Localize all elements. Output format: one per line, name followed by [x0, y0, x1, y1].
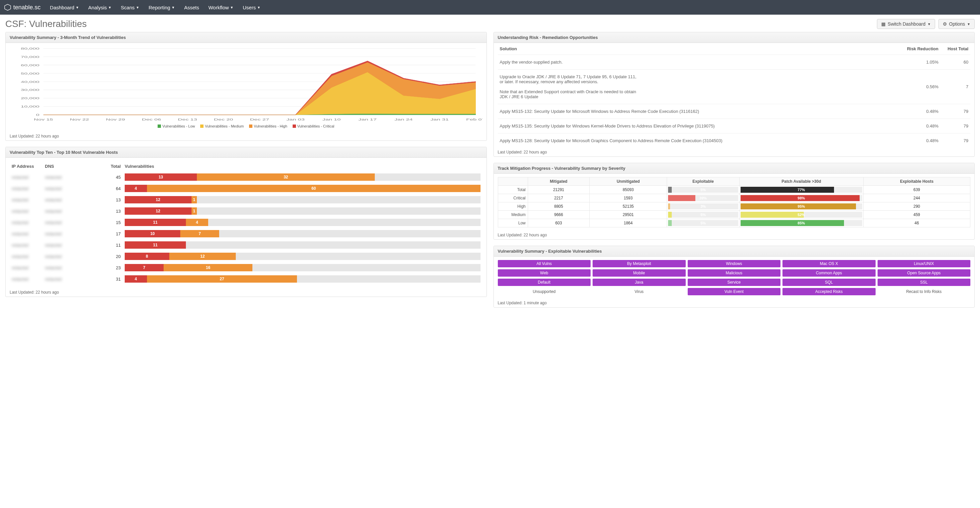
sev-hosts: 459: [863, 211, 970, 219]
cell-solution: Apply MS15-132: Security Update for Micr…: [498, 104, 901, 119]
tile-common-apps[interactable]: Common Apps: [783, 269, 876, 276]
options-button[interactable]: ⚙ Options ▼: [939, 19, 975, 29]
tile-accepted-risks[interactable]: Accepted Risks: [783, 288, 876, 295]
cell-ip: redacted: [10, 171, 43, 183]
nav-workflow[interactable]: Workflow▼: [208, 5, 234, 10]
tile-by-metasploit[interactable]: By Metasploit: [593, 260, 686, 267]
svg-text:Dec 20: Dec 20: [214, 118, 233, 121]
sev-label: Critical: [498, 194, 528, 203]
cell-ip: redacted: [10, 217, 43, 228]
nav-analysis[interactable]: Analysis▼: [88, 5, 111, 10]
topten-row[interactable]: redactedredacted1111: [10, 240, 482, 251]
remediation-row[interactable]: Apply MS15-132: Security Update for Micr…: [498, 104, 971, 119]
remediation-panel-title: Understanding Risk - Remediation Opportu…: [494, 32, 975, 43]
tile-ssl[interactable]: SSL: [878, 279, 971, 286]
cell-total: 45: [106, 171, 123, 183]
tile-windows[interactable]: Windows: [688, 260, 781, 267]
sev-hosts: 639: [863, 186, 970, 194]
switch-dashboard-button[interactable]: ▦ Switch Dashboard ▼: [877, 19, 935, 29]
remediation-row[interactable]: Apply the vendor-supplied patch.1.05%60: [498, 55, 971, 70]
tile-web[interactable]: Web: [498, 269, 591, 276]
cell-hosts: 79: [940, 104, 970, 119]
tile-recast-to-info-risks: Recast to Info Risks: [878, 288, 971, 295]
tile-malicious[interactable]: Malicious: [688, 269, 781, 276]
tile-all-vulns[interactable]: All Vulns: [498, 260, 591, 267]
tile-unsupported: Unsupported: [498, 288, 591, 295]
topten-row[interactable]: redactedredacted13121: [10, 194, 482, 205]
remediation-row[interactable]: Apply MS15-128: Security Update for Micr…: [498, 134, 971, 148]
nav-users[interactable]: Users▼: [243, 5, 260, 10]
caret-down-icon: ▼: [967, 22, 970, 26]
topten-row[interactable]: redactedredacted31427: [10, 273, 482, 284]
nav-label: Analysis: [88, 5, 107, 10]
svg-text:Feb 07: Feb 07: [466, 118, 482, 121]
cell-total: 13: [106, 205, 123, 217]
nav-reporting[interactable]: Reporting▼: [149, 5, 175, 10]
topten-row[interactable]: redactedredacted15114: [10, 217, 482, 228]
nav-scans[interactable]: Scans▼: [121, 5, 139, 10]
caret-down-icon: ▼: [172, 6, 175, 9]
cell-dns: redacted: [43, 240, 106, 251]
sev-row[interactable]: High8805521353%95%290: [498, 203, 970, 211]
nav-label: Workflow: [208, 5, 229, 10]
svg-text:40,000: 40,000: [21, 80, 39, 83]
bar-critical: 10: [125, 230, 180, 237]
svg-text:20,000: 20,000: [21, 97, 39, 100]
sev-unmitigated: 1593: [590, 194, 667, 203]
bar-high: 1: [191, 196, 197, 203]
sev-pct: 77%: [739, 186, 863, 194]
topten-row[interactable]: redactedredacted17107: [10, 228, 482, 240]
sev-row[interactable]: Total21291850935%77%639: [498, 186, 970, 194]
remediation-table: Solution Risk Reduction Host Total Apply…: [498, 43, 971, 148]
svg-text:50,000: 50,000: [21, 72, 39, 75]
sev-unmitigated: 29501: [590, 211, 667, 219]
tile-java[interactable]: Java: [593, 279, 686, 286]
nav-dashboard[interactable]: Dashboard▼: [50, 5, 79, 10]
cell-dns: redacted: [43, 171, 106, 183]
nav-assets[interactable]: Assets: [184, 5, 199, 10]
tile-mobile[interactable]: Mobile: [593, 269, 686, 276]
tile-linux-unix[interactable]: Linux/UNIX: [878, 260, 971, 267]
sev-mitigated: 21291: [528, 186, 590, 194]
sev-row[interactable]: Critical2217159339%98%244: [498, 194, 970, 203]
topten-row[interactable]: redactedredacted13121: [10, 205, 482, 217]
cell-total: 20: [106, 251, 123, 262]
trend-panel: Vulnerability Summary - 3-Month Trend of…: [5, 32, 487, 141]
tile-sql[interactable]: SQL: [783, 279, 876, 286]
sev-row[interactable]: Medium9666295015%52%459: [498, 211, 970, 219]
svg-text:Dec 27: Dec 27: [250, 118, 269, 121]
topten-row[interactable]: redactedredacted64460: [10, 183, 482, 194]
cell-ip: redacted: [10, 273, 43, 284]
cell-total: 15: [106, 217, 123, 228]
trend-chart[interactable]: 010,00020,00030,00040,00050,00060,00070,…: [10, 46, 482, 123]
cell-bar: 812: [123, 251, 482, 262]
topten-row[interactable]: redactedredacted23716: [10, 262, 482, 273]
brand[interactable]: tenable.sc: [4, 4, 41, 11]
topten-panel-title: Vulnerability Top Ten - Top 10 Most Vuln…: [6, 147, 487, 158]
tile-open-source-apps[interactable]: Open Source Apps: [878, 269, 971, 276]
tile-vuln-event[interactable]: Vuln Event: [688, 288, 781, 295]
sev-row[interactable]: Low60318645%85%46: [498, 219, 970, 227]
cell-ip: redacted: [10, 205, 43, 217]
exploitable-tile-grid: All VulnsBy MetasploitWindowsMac OS XLin…: [498, 260, 971, 295]
exploitable-panel-body: All VulnsBy MetasploitWindowsMac OS XLin…: [494, 257, 975, 299]
cell-total: 17: [106, 228, 123, 240]
bar-critical: 4: [125, 185, 147, 192]
topten-row[interactable]: redactedredacted451332: [10, 171, 482, 183]
remediation-row[interactable]: Apply MS15-135: Security Update for Wind…: [498, 119, 971, 134]
tile-default[interactable]: Default: [498, 279, 591, 286]
th-dns: DNS: [43, 161, 106, 171]
topten-row[interactable]: redactedredacted20812: [10, 251, 482, 262]
sev-pct: 3%: [667, 203, 739, 211]
svg-text:Jan 17: Jan 17: [358, 118, 377, 121]
cell-ip: redacted: [10, 194, 43, 205]
cell-ip: redacted: [10, 240, 43, 251]
tile-mac-os-x[interactable]: Mac OS X: [783, 260, 876, 267]
nav-label: Dashboard: [50, 5, 74, 10]
tile-service[interactable]: Service: [688, 279, 781, 286]
cell-solution: Apply MS15-135: Security Update for Wind…: [498, 119, 901, 134]
sev-hosts: 46: [863, 219, 970, 227]
top-nav: tenable.sc Dashboard▼Analysis▼Scans▼Repo…: [0, 0, 980, 14]
remediation-row[interactable]: Upgrade to Oracle JDK / JRE 8 Update 71,…: [498, 70, 971, 104]
gear-icon: ⚙: [943, 21, 947, 27]
